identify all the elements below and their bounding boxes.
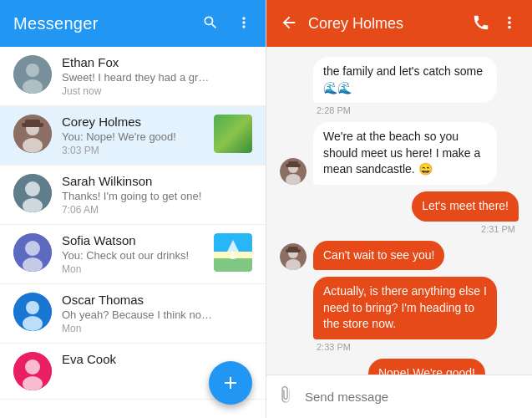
app-title: Messenger: [13, 14, 99, 33]
conv-thumbnail: [214, 233, 252, 272]
svg-point-22: [23, 316, 43, 331]
message-row: Actually, is there anything else I need …: [280, 277, 519, 352]
svg-point-24: [25, 359, 40, 375]
conv-thumbnail: [214, 115, 252, 153]
conv-time: 7:06 AM: [62, 204, 252, 216]
message-row: Let's meet there! 2:31 PM: [280, 191, 519, 234]
svg-point-1: [26, 64, 39, 77]
message-row: Nope! We're good! 2:35 PM: [280, 359, 519, 375]
conv-content: Ethan Fox Sweet! I heard they had a grea…: [62, 55, 252, 97]
svg-point-21: [26, 301, 39, 314]
message-avatar: [280, 243, 307, 270]
conv-content: Sarah Wilkinson Thanks! I'm going to get…: [62, 174, 252, 216]
message-input[interactable]: [305, 390, 522, 404]
list-item[interactable]: Corey Holmes You: Nope! We're good! 3:03…: [0, 106, 266, 166]
list-item[interactable]: Sofia Watson You: Check out our drinks! …: [0, 225, 266, 284]
message-avatar: [280, 158, 307, 185]
conv-name: Sarah Wilkinson: [62, 174, 252, 188]
chat-more-options-button[interactable]: [500, 13, 519, 34]
svg-rect-6: [25, 120, 40, 125]
back-button[interactable]: [280, 13, 298, 34]
conv-content: Corey Holmes You: Nope! We're good! 3:03…: [62, 115, 207, 156]
svg-point-9: [25, 181, 40, 196]
header-icons: [202, 14, 252, 33]
conv-content: Sofia Watson You: Check out our drinks! …: [62, 233, 207, 275]
conv-time: Mon: [62, 263, 207, 275]
message-bubble: Can't wait to see you!: [313, 241, 444, 271]
message-bubble-wrap: the family and let's catch some 🌊🌊 2:28 …: [313, 57, 497, 115]
conv-preview: Sweet! I heard they had a great time ove…: [62, 71, 212, 84]
message-time: 2:33 PM: [313, 342, 497, 352]
message-row: We're at the beach so you should meet us…: [280, 122, 519, 185]
message-bubble: the family and let's catch some 🌊🌊: [313, 57, 497, 103]
phone-button[interactable]: [472, 13, 490, 34]
conv-preview: You: Nope! We're good!: [62, 130, 207, 143]
message-bubble-wrap: Can't wait to see you!: [313, 241, 444, 271]
svg-point-19: [230, 256, 236, 259]
message-bubble: Actually, is there anything else I need …: [313, 277, 497, 339]
conv-preview: You: Check out our drinks!: [62, 249, 207, 262]
search-button[interactable]: [202, 14, 219, 33]
list-item[interactable]: Sarah Wilkinson Thanks! I'm going to get…: [0, 166, 266, 225]
chat-panel: Corey Holmes the family and let's catch …: [266, 0, 532, 418]
message-bubble: Let's meet there!: [412, 191, 519, 222]
message-bubble: We're at the beach so you should meet us…: [313, 122, 497, 185]
message-time: 2:31 PM: [412, 224, 519, 234]
avatar: [13, 293, 52, 331]
message-bubble-wrap: We're at the beach so you should meet us…: [313, 122, 497, 185]
avatar: [13, 115, 52, 153]
left-header: Messenger: [0, 0, 266, 47]
message-bubble: Nope! We're good!: [368, 359, 485, 375]
avatar: [13, 352, 52, 390]
message-time: 2:28 PM: [313, 105, 497, 115]
conv-preview: Oh yeah? Because I think no. :): [62, 308, 212, 321]
messages-area: the family and let's catch some 🌊🌊 2:28 …: [266, 47, 532, 375]
conv-name: Ethan Fox: [62, 55, 252, 69]
message-bubble-wrap: Let's meet there! 2:31 PM: [412, 191, 519, 234]
conv-name: Corey Holmes: [62, 115, 207, 129]
message-row: Can't wait to see you!: [280, 241, 519, 271]
more-options-button[interactable]: [236, 14, 252, 33]
avatar: [13, 55, 52, 94]
message-bubble-wrap: Nope! We're good! 2:35 PM: [368, 359, 485, 375]
message-bubble-wrap: Actually, is there anything else I need …: [313, 277, 497, 352]
conv-name: Sofia Watson: [62, 233, 207, 247]
list-item[interactable]: Ethan Fox Sweet! I heard they had a grea…: [0, 47, 266, 106]
conv-time: Just now: [62, 85, 252, 97]
conv-time: 3:03 PM: [62, 145, 207, 156]
svg-point-12: [25, 241, 40, 256]
compose-fab[interactable]: [209, 361, 252, 405]
message-row: the family and let's catch some 🌊🌊 2:28 …: [280, 57, 519, 115]
chat-header: Corey Holmes: [266, 0, 532, 47]
svg-point-7: [23, 138, 43, 153]
attach-icon[interactable]: [276, 385, 295, 409]
message-input-area: [266, 375, 532, 418]
avatar: [13, 174, 52, 212]
svg-rect-34: [288, 247, 298, 251]
conv-time: Mon: [62, 323, 252, 334]
conv-name: Oscar Thomas: [62, 293, 252, 307]
list-item[interactable]: Oscar Thomas Oh yeah? Because I think no…: [0, 284, 266, 344]
conv-preview: Thanks! I'm going to get one!: [62, 190, 212, 202]
chat-contact-name: Corey Holmes: [308, 15, 462, 33]
svg-rect-29: [288, 161, 298, 166]
conv-content: Oscar Thomas Oh yeah? Because I think no…: [62, 293, 252, 334]
avatar: [13, 233, 52, 272]
